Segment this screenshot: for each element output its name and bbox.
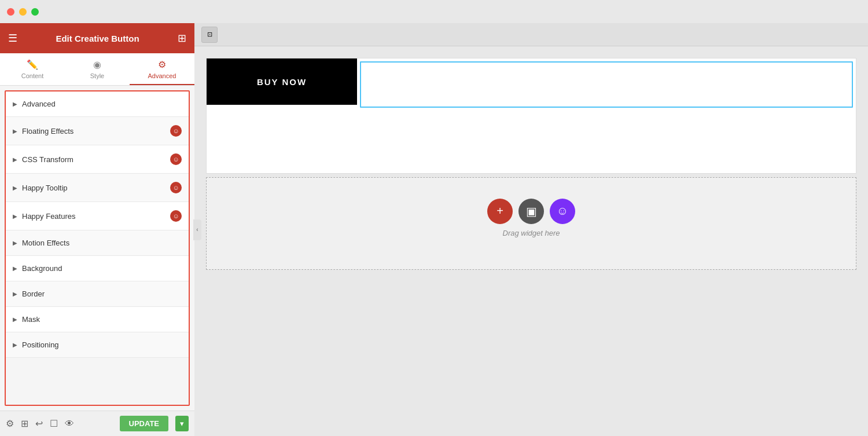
sidebar-accordion: ▶ Advanced ▶ Floating Effects ☺ bbox=[5, 90, 190, 406]
dashed-drop-section: + ▣ ☺ Drag widget here bbox=[206, 177, 856, 270]
accordion-css-left: ▶ CSS Transform bbox=[13, 155, 73, 164]
accordion-floating-effects: ▶ Floating Effects ☺ bbox=[6, 117, 189, 145]
accordion-tooltip-left: ▶ Happy Tooltip bbox=[13, 184, 68, 192]
traffic-light-red[interactable] bbox=[7, 8, 14, 16]
preview-icon[interactable]: 👁 bbox=[65, 419, 74, 429]
folder-icon: ▣ bbox=[526, 204, 537, 218]
accordion-positioning-header[interactable]: ▶ Positioning bbox=[6, 332, 189, 357]
chevron-tooltip-icon: ▶ bbox=[13, 185, 17, 191]
fab-add-button[interactable]: + bbox=[487, 199, 513, 224]
accordion-mask-header[interactable]: ▶ Mask bbox=[6, 307, 189, 332]
responsive-icon[interactable]: ☐ bbox=[50, 418, 58, 429]
app-body: ☰ Edit Creative Button ⊞ ✏️ Content ◉ St… bbox=[0, 23, 868, 436]
accordion-positioning-label: Positioning bbox=[22, 340, 59, 349]
hamburger-icon[interactable]: ☰ bbox=[8, 32, 17, 45]
add-icon: + bbox=[496, 204, 503, 218]
accordion-border-label: Border bbox=[22, 290, 45, 298]
accordion-tooltip-label: Happy Tooltip bbox=[22, 184, 68, 192]
chevron-bg-icon: ▶ bbox=[13, 265, 17, 272]
accordion-advanced-left: ▶ Advanced bbox=[13, 100, 56, 108]
accordion-happy-features: ▶ Happy Features ☺ bbox=[6, 202, 189, 230]
sidebar: ☰ Edit Creative Button ⊞ ✏️ Content ◉ St… bbox=[0, 23, 194, 436]
chevron-floating-icon: ▶ bbox=[13, 128, 17, 134]
accordion-mask: ▶ Mask bbox=[6, 307, 189, 332]
happy-icon: ☺ bbox=[557, 204, 568, 218]
accordion-border-left: ▶ Border bbox=[13, 290, 45, 298]
accordion-css-header[interactable]: ▶ CSS Transform ☺ bbox=[6, 145, 189, 173]
drag-widget-label: Drag widget here bbox=[207, 229, 856, 237]
accordion-features-header[interactable]: ▶ Happy Features ☺ bbox=[6, 202, 189, 230]
advanced-tab-icon: ⚙ bbox=[158, 59, 166, 70]
accordion-background: ▶ Background bbox=[6, 256, 189, 281]
tab-content-label: Content bbox=[21, 72, 44, 79]
titlebar bbox=[0, 0, 868, 23]
tab-advanced-label: Advanced bbox=[148, 72, 176, 79]
accordion-css-label: CSS Transform bbox=[22, 155, 73, 164]
chevron-positioning-icon: ▶ bbox=[13, 342, 17, 348]
accordion-mask-left: ▶ Mask bbox=[13, 315, 40, 324]
fab-happy-button[interactable]: ☺ bbox=[550, 199, 575, 224]
fab-folder-button[interactable]: ▣ bbox=[518, 199, 544, 224]
chevron-css-icon: ▶ bbox=[13, 156, 17, 163]
tooltip-badge-icon: ☺ bbox=[172, 184, 179, 191]
traffic-light-yellow[interactable] bbox=[19, 8, 27, 16]
accordion-motion-effects: ▶ Motion Effects bbox=[6, 230, 189, 256]
accordion-mask-label: Mask bbox=[22, 315, 40, 324]
empty-widget-cell[interactable] bbox=[360, 61, 853, 108]
settings-icon[interactable]: ⚙ bbox=[6, 418, 14, 429]
sidebar-tabs: ✏️ Content ◉ Style ⚙ Advanced bbox=[0, 53, 194, 86]
css-badge: ☺ bbox=[170, 153, 182, 165]
update-button[interactable]: UPDATE bbox=[120, 416, 168, 431]
chevron-advanced-icon: ▶ bbox=[13, 101, 17, 107]
css-badge-icon: ☺ bbox=[172, 156, 179, 163]
accordion-features-label: Happy Features bbox=[22, 212, 76, 221]
accordion-advanced: ▶ Advanced bbox=[6, 91, 189, 117]
sidebar-collapse-handle[interactable]: ‹ bbox=[193, 219, 201, 240]
traffic-light-green[interactable] bbox=[31, 8, 39, 16]
chevron-border-icon: ▶ bbox=[13, 291, 17, 297]
white-section: BUY NOW bbox=[206, 58, 856, 174]
accordion-features-left: ▶ Happy Features bbox=[13, 212, 76, 221]
main-canvas: ⊡ BUY NOW + ▣ bbox=[194, 23, 868, 436]
content-tab-icon: ✏️ bbox=[27, 59, 38, 70]
accordion-positioning: ▶ Positioning bbox=[6, 332, 189, 358]
accordion-motion-left: ▶ Motion Effects bbox=[13, 239, 69, 247]
accordion-advanced-label: Advanced bbox=[22, 100, 56, 108]
tab-style-label: Style bbox=[90, 72, 104, 79]
tab-style[interactable]: ◉ Style bbox=[65, 53, 130, 85]
canvas-content: BUY NOW + ▣ ☺ Drag widget here bbox=[194, 46, 868, 436]
layers-icon[interactable]: ⊞ bbox=[21, 418, 28, 429]
accordion-motion-header[interactable]: ▶ Motion Effects bbox=[6, 230, 189, 255]
accordion-border-header[interactable]: ▶ Border bbox=[6, 281, 189, 306]
buy-now-text: BUY NOW bbox=[257, 77, 307, 87]
features-badge: ☺ bbox=[170, 210, 182, 222]
floating-action-buttons: + ▣ ☺ bbox=[207, 199, 856, 224]
accordion-border: ▶ Border bbox=[6, 281, 189, 307]
accordion-floating-label: Floating Effects bbox=[22, 127, 73, 135]
accordion-floating-effects-header[interactable]: ▶ Floating Effects ☺ bbox=[6, 117, 189, 145]
accordion-css-transform: ▶ CSS Transform ☺ bbox=[6, 145, 189, 174]
tab-content[interactable]: ✏️ Content bbox=[0, 53, 65, 85]
chevron-mask-icon: ▶ bbox=[13, 316, 17, 323]
tooltip-badge: ☺ bbox=[170, 182, 182, 193]
features-badge-icon: ☺ bbox=[172, 212, 179, 219]
accordion-bg-label: Background bbox=[22, 264, 62, 273]
accordion-motion-label: Motion Effects bbox=[22, 239, 69, 247]
ruler-button[interactable]: ⊡ bbox=[201, 27, 218, 43]
accordion-bg-header[interactable]: ▶ Background bbox=[6, 256, 189, 281]
accordion-tooltip-header[interactable]: ▶ Happy Tooltip ☺ bbox=[6, 174, 189, 201]
update-arrow-button[interactable]: ▾ bbox=[175, 416, 189, 431]
sidebar-footer: ⚙ ⊞ ↩ ☐ 👁 UPDATE ▾ bbox=[0, 411, 194, 436]
accordion-advanced-header[interactable]: ▶ Advanced bbox=[6, 91, 189, 116]
history-icon[interactable]: ↩ bbox=[35, 418, 43, 429]
accordion-positioning-left: ▶ Positioning bbox=[13, 340, 59, 349]
chevron-features-icon: ▶ bbox=[13, 213, 17, 219]
tab-advanced[interactable]: ⚙ Advanced bbox=[130, 53, 194, 85]
sidebar-title: Edit Creative Button bbox=[56, 34, 139, 43]
chevron-motion-icon: ▶ bbox=[13, 240, 17, 246]
grid-icon[interactable]: ⊞ bbox=[178, 32, 186, 45]
accordion-bg-left: ▶ Background bbox=[13, 264, 62, 273]
accordion-floating-left: ▶ Floating Effects bbox=[13, 127, 73, 135]
accordion-happy-tooltip: ▶ Happy Tooltip ☺ bbox=[6, 174, 189, 202]
floating-badge-icon: ☺ bbox=[172, 127, 179, 134]
